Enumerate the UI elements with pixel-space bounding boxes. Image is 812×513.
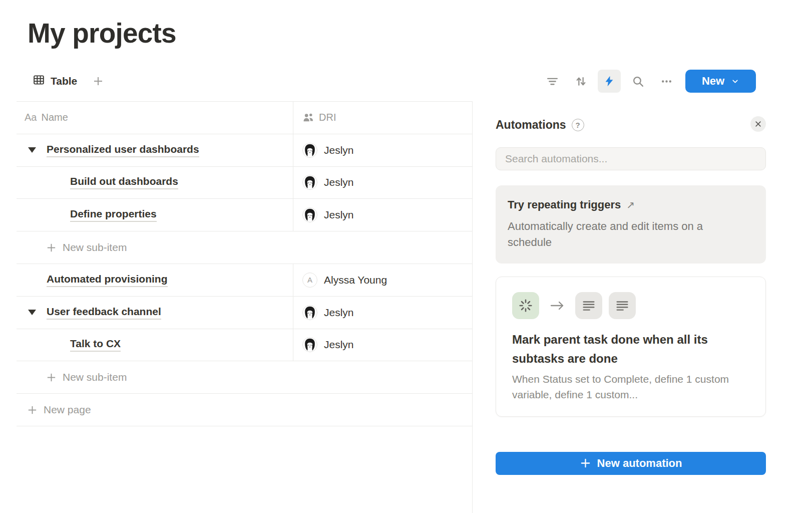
dri-cell[interactable]: Jeslyn <box>293 329 472 361</box>
view-toolbar <box>541 70 678 93</box>
column-header-dri[interactable]: DRI <box>293 102 472 134</box>
expand-toggle[interactable] <box>25 147 40 153</box>
automation-description: When Status set to Complete, define 1 cu… <box>512 371 735 402</box>
search-automations-input[interactable] <box>496 147 766 170</box>
new-button[interactable]: New <box>685 70 756 93</box>
table-row[interactable]: Build out dashboards Jeslyn <box>17 167 472 199</box>
person-name: Jeslyn <box>324 209 354 221</box>
arrow-right-icon <box>549 300 565 312</box>
avatar-jeslyn <box>302 305 317 320</box>
page-link[interactable]: Build out dashboards <box>70 175 178 189</box>
name-column-label: Name <box>41 112 68 123</box>
dri-cell[interactable]: A Alyssa Young <box>293 264 472 296</box>
search-button[interactable] <box>626 70 649 93</box>
page-link[interactable]: Personalized user dashboards <box>47 143 199 157</box>
expand-toggle[interactable] <box>25 310 40 315</box>
new-sub-item-label: New sub-item <box>63 371 127 383</box>
view-tab-label: Table <box>51 75 77 87</box>
column-header-name[interactable]: Aa Name <box>17 102 293 134</box>
table-row[interactable]: User feedback channel Jeslyn <box>17 297 472 329</box>
plus-icon <box>580 457 591 469</box>
new-sub-item-row[interactable]: New sub-item <box>17 361 472 394</box>
chevron-down-icon <box>731 77 739 86</box>
tab-table-view[interactable]: Table <box>33 74 77 89</box>
text-lines-icon <box>575 292 602 319</box>
new-sub-item-label: New sub-item <box>63 241 127 253</box>
triangle-down-icon <box>28 147 36 153</box>
dri-cell[interactable]: Jeslyn <box>293 199 472 231</box>
page-link[interactable]: Define properties <box>70 208 157 222</box>
automation-card[interactable]: Mark parent task done when all its subta… <box>496 277 766 417</box>
filter-button[interactable] <box>541 70 564 93</box>
new-sub-item-row[interactable]: New sub-item <box>17 231 472 264</box>
triangle-down-icon <box>28 310 36 315</box>
projects-table: Aa Name DRI Personalized user dashboards… <box>17 101 472 426</box>
table-row[interactable]: Personalized user dashboards Jeslyn <box>17 134 472 167</box>
automation-title: Mark parent task done when all its subta… <box>512 330 742 368</box>
dri-cell[interactable]: Jeslyn <box>293 167 472 199</box>
help-icon[interactable]: ? <box>572 119 584 131</box>
plus-icon <box>46 372 57 383</box>
page-link[interactable]: User feedback channel <box>47 306 161 320</box>
view-bar: Table <box>33 70 104 93</box>
automations-bolt-icon <box>603 75 615 87</box>
more-icon <box>660 75 673 88</box>
automations-panel: Automations ? Try repeating triggers ↗ A… <box>496 116 766 475</box>
promo-title: Try repeating triggers <box>508 198 621 211</box>
table-header-row: Aa Name DRI <box>17 102 472 134</box>
search-icon <box>632 75 644 88</box>
table-row[interactable]: Automated provisioning A Alyssa Young <box>17 264 472 297</box>
person-name: Jeslyn <box>324 339 354 351</box>
table-row[interactable]: Define properties Jeslyn <box>17 199 472 231</box>
table-row[interactable]: Talk to CX Jeslyn <box>17 329 472 362</box>
new-automation-label: New automation <box>597 457 682 470</box>
table-view-icon <box>33 74 45 89</box>
person-name: Jeslyn <box>324 176 354 188</box>
close-icon <box>754 120 762 128</box>
dri-column-label: DRI <box>319 112 336 123</box>
filter-icon <box>546 75 559 88</box>
people-icon <box>302 112 314 124</box>
dri-cell[interactable]: Jeslyn <box>293 134 472 166</box>
avatar-jeslyn <box>302 175 317 190</box>
plus-icon <box>46 242 57 253</box>
add-view-button[interactable] <box>92 75 104 87</box>
avatar-jeslyn <box>302 143 317 158</box>
external-link-arrow-icon: ↗ <box>626 199 635 211</box>
promo-description: Automatically create and edit items on a… <box>508 218 738 250</box>
person-name: Jeslyn <box>324 144 354 156</box>
avatar-jeslyn <box>302 337 317 352</box>
new-button-label: New <box>702 75 724 88</box>
text-lines-icon <box>609 292 636 319</box>
plus-icon <box>92 75 104 87</box>
avatar-alyssa: A <box>302 273 317 288</box>
dri-cell[interactable]: Jeslyn <box>293 297 472 329</box>
sort-button[interactable] <box>569 70 592 93</box>
person-name: Alyssa Young <box>324 274 387 286</box>
more-button[interactable] <box>655 70 678 93</box>
close-panel-button[interactable] <box>750 116 766 132</box>
status-spinner-icon <box>512 292 539 319</box>
sort-icon <box>575 75 587 88</box>
new-page-row[interactable]: New page <box>17 394 472 426</box>
text-property-icon: Aa <box>25 112 37 123</box>
person-name: Jeslyn <box>324 307 354 319</box>
page-title: My projects <box>28 17 176 49</box>
page-link[interactable]: Automated provisioning <box>47 273 168 287</box>
repeating-triggers-promo[interactable]: Try repeating triggers ↗ Automatically c… <box>496 185 766 264</box>
page-link[interactable]: Talk to CX <box>70 338 121 352</box>
panel-title: Automations <box>496 118 566 132</box>
new-page-label: New page <box>44 404 91 416</box>
automations-button[interactable] <box>598 70 621 93</box>
new-automation-button[interactable]: New automation <box>496 452 766 475</box>
plus-icon <box>27 404 38 416</box>
panel-divider <box>472 101 473 513</box>
avatar-jeslyn <box>302 207 317 222</box>
